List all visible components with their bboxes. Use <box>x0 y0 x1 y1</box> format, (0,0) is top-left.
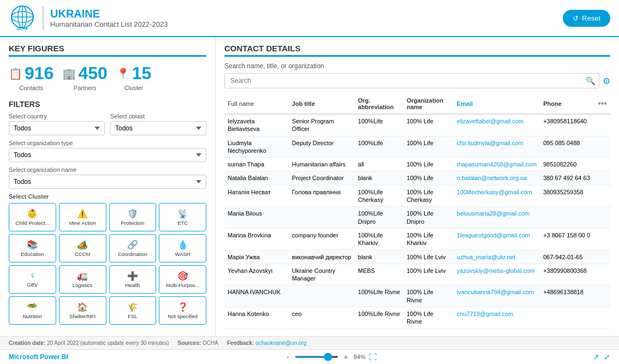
cell-jobtitle: Голова правління <box>289 185 355 207</box>
cell-email: cfsr.liudmyla@gmail.com <box>454 136 540 158</box>
cluster-nutrition[interactable]: 🥗 Nutrition <box>9 296 56 325</box>
table-body: Ielyzaveta Bieliavtseva Senior Program O… <box>224 114 610 329</box>
partners-row: 🏢 450 <box>62 63 107 83</box>
header-left: OCHA UKRAINE Humanitarian Contact List 2… <box>9 4 168 32</box>
contact-table: Full name Job title Org.abbreviation Org… <box>224 94 610 329</box>
oblast-select[interactable]: Todos <box>110 121 206 135</box>
cluster-coordination[interactable]: 🔗 Coordination <box>109 234 157 262</box>
wash-label: WASH <box>175 251 191 257</box>
table-row[interactable]: Наталія Несват Голова правління 100%Life… <box>224 185 610 207</box>
cell-fullname: Natalia Balalan <box>224 171 289 185</box>
share-icon[interactable]: ↗ <box>593 353 599 361</box>
table-row[interactable]: Yevhan Azovskyi Ukraine Country Manager … <box>224 264 610 285</box>
cell-abbr: 100%Life Cherkasy <box>355 185 403 207</box>
org-name-select[interactable]: Todos <box>9 175 206 189</box>
wash-icon: 💧 <box>177 240 188 250</box>
cell-more <box>594 158 610 171</box>
org-type-label: Select organization type <box>9 140 206 146</box>
cell-jobtitle: Deputy Director <box>289 136 355 158</box>
cell-abbr: blank <box>355 171 403 185</box>
table-row[interactable]: Ielyzaveta Bieliavtseva Senior Program O… <box>224 114 610 136</box>
cell-email: belousmaria28@gmail.com <box>454 207 540 229</box>
table-row[interactable]: suman Thapa Humanitarian affairs all 100… <box>224 158 610 171</box>
cell-more <box>594 250 610 264</box>
cluster-etc[interactable]: 📡 ETC <box>159 203 206 231</box>
cccm-icon: 🏕️ <box>77 240 88 250</box>
zoom-slider[interactable] <box>295 356 338 358</box>
filter-row-org-type: Select organization type Todos <box>9 140 206 162</box>
filter-toggle-icon[interactable]: ⚙ <box>603 76 610 86</box>
contacts-row: 📋 916 <box>9 63 53 83</box>
cluster-health[interactable]: ➕ Health <box>109 265 157 294</box>
cluster-not-specified[interactable]: ❓ Not specified <box>159 296 206 325</box>
oblast-filter-group: Select oblast Todos <box>110 113 206 135</box>
country-filter-label: Select country <box>9 113 105 120</box>
cell-more <box>594 114 610 136</box>
zoom-plus-button[interactable]: + <box>342 353 350 361</box>
org-type-select[interactable]: Todos <box>9 148 206 162</box>
zoom-percent: 84% <box>354 354 366 360</box>
table-row[interactable]: Марія Ужва виконавчий директор blank 100… <box>224 250 610 264</box>
creation-date-value: 20 April 2022 (automatic update every 30… <box>47 340 169 346</box>
expand-icon[interactable]: ⤢ <box>604 353 610 361</box>
search-row: 🔍 ⚙ <box>224 73 610 88</box>
health-icon: ➕ <box>127 271 138 281</box>
coordination-icon: 🔗 <box>127 240 138 250</box>
svg-text:OCHA: OCHA <box>17 27 28 31</box>
cell-email: 100lifecherkasy@gmail.com <box>454 185 540 207</box>
zoom-controls: - + 84% ⛶ <box>284 353 377 361</box>
cluster-gbv[interactable]: ♀ GBV <box>9 265 56 294</box>
contacts-icon: 📋 <box>9 67 22 80</box>
cluster-filter-label: Select Cluster <box>9 193 206 200</box>
cell-email: yazovskiy@mebs-global.com <box>454 264 540 285</box>
cluster-education[interactable]: 📚 Education <box>9 234 56 262</box>
table-row[interactable]: Hanna Kotenko ceo 100%Life Rivne 100% Li… <box>224 307 610 329</box>
search-input-wrapper: 🔍 <box>224 73 599 88</box>
bottom-bar: Microsoft Power BI - + 84% ⛶ ↗ ⤢ <box>0 349 619 364</box>
cluster-logistics[interactable]: 🚛 Logistics <box>59 265 106 294</box>
table-row[interactable]: HANNA IVANCHUK 100%Life Rivne 100% Life … <box>224 285 610 307</box>
feedback-email[interactable]: ochaukraine@un.org <box>255 340 306 346</box>
search-label: Search name, title, or organization <box>224 62 610 70</box>
app-subtitle: Humanitarian Contact List 2022-2023 <box>50 20 168 28</box>
col-header-more: ••• <box>594 94 610 114</box>
partners-count: 450 <box>78 63 107 83</box>
cluster-multi-purpose[interactable]: 🎯 Multi-Purpos... <box>159 265 206 294</box>
cell-orgname: 100% Life <box>403 158 454 171</box>
child-protect-label: Child Protect... <box>15 220 49 226</box>
cluster-child-protect[interactable]: 👶 Child Protect... <box>9 203 56 231</box>
org-name-filter-group: Select organization name Todos <box>9 166 206 189</box>
more-options-icon[interactable]: ••• <box>598 99 607 108</box>
cell-fullname: Наталія Несват <box>224 185 289 207</box>
ocha-logo: OCHA <box>9 4 36 32</box>
table-row[interactable]: Natalia Balalan Project Coordinator blan… <box>224 171 610 185</box>
cell-more <box>594 185 610 207</box>
cluster-wash[interactable]: 💧 WASH <box>159 234 206 262</box>
cell-orgname: 100% Life Lviv <box>403 264 454 285</box>
cell-more <box>594 171 610 185</box>
cell-phone: 380935259358 <box>540 185 594 207</box>
cell-jobtitle <box>289 285 355 307</box>
cluster-label: Cluster <box>124 85 144 91</box>
table-row[interactable]: Marina Brovkina company founder 100%Life… <box>224 228 610 250</box>
country-select[interactable]: Todos <box>9 121 105 135</box>
powerbi-link[interactable]: Microsoft Power BI <box>9 353 68 361</box>
cell-orgname: 100% Life Rivne <box>403 307 454 329</box>
feedback: Feedback: ochaukraine@un.org <box>227 340 306 346</box>
cluster-protection[interactable]: 🛡️ Protection <box>109 203 157 231</box>
left-panel: KEY FIGURES 📋 916 Contacts 🏢 450 Partner… <box>0 37 216 336</box>
cluster-mine-action[interactable]: ⚠️ Mine Action <box>59 203 106 231</box>
cluster-cccm[interactable]: 🏕️ CCCM <box>59 234 106 262</box>
zoom-minus-button[interactable]: - <box>284 353 291 361</box>
education-label: Education <box>21 251 44 257</box>
col-header-abbr: Org.abbreviation <box>355 94 403 114</box>
cluster-fsl[interactable]: 🌾 FSL <box>109 296 157 325</box>
table-row[interactable]: Mariia Bilous 100%Life Dnipro 100% Life … <box>224 207 610 229</box>
cluster-shelter-nfi[interactable]: 🏠 Shelter/NFI <box>59 296 106 325</box>
search-input[interactable] <box>224 73 599 88</box>
cccm-label: CCCM <box>75 251 91 257</box>
table-row[interactable]: Liudmyla Nechyporenko Deputy Director 10… <box>224 136 610 158</box>
reset-button[interactable]: ↺ Reset <box>563 10 610 27</box>
fullscreen-icon[interactable]: ⛶ <box>369 353 377 361</box>
cell-more <box>594 264 610 285</box>
